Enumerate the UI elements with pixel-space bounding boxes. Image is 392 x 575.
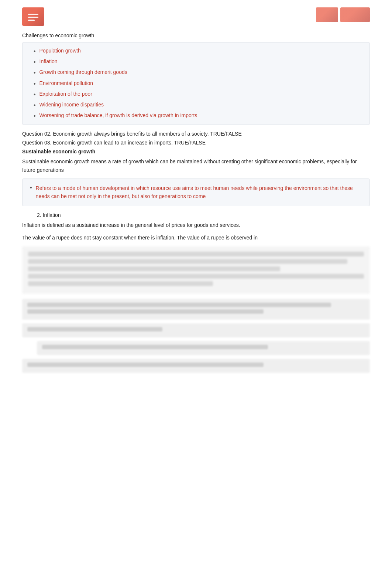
inflation-para-1: Inflation is defined as a sustained incr… [22,221,370,229]
blurred-sub-box-1 [22,299,370,320]
sustainable-paragraph: Sustainable economic growth means a rate… [22,157,370,174]
sustainable-bullet-box: • Refers to a mode of human development … [22,178,370,206]
list-item: • Refers to a mode of human development … [30,184,362,201]
sustainable-bullet-list: • Refers to a mode of human development … [30,184,362,201]
inflation-numbered-item: 2. Inflation [37,212,370,218]
list-item: • Widening income disparities [34,102,358,109]
list-item: • Worsening of trade balance, if growth … [34,112,358,119]
logo-left-icon [22,7,44,26]
bullet-dot: • [34,112,36,119]
bullet-dot: • [34,58,36,65]
question-02: Question 02. Economic growth always brin… [22,131,370,137]
list-item: • Inflation [34,58,358,65]
blurred-sub-box-2 [22,323,370,337]
challenges-list-box: • Population growth • Inflation • Growth… [22,42,370,125]
challenges-title: Challenges to economic growth [22,33,370,38]
bullet-dot: • [34,69,36,76]
list-item: • Environmental pollution [34,80,358,87]
list-item: • Growth coming through demerit goods [34,69,358,76]
svg-rect-1 [28,17,38,18]
bullet-dot: • [34,80,36,87]
logo-right-icon [316,7,370,22]
bullet-dot: • [30,184,32,191]
page-header [22,7,370,26]
svg-rect-0 [28,14,38,15]
list-item: • Exploitation of the poor [34,91,358,98]
svg-rect-2 [28,20,35,21]
challenges-list: • Population growth • Inflation • Growth… [34,48,358,119]
list-item: • Population growth [34,48,358,55]
inflation-para-2: The value of a rupee does not stay const… [22,234,370,242]
blurred-indented-box [37,341,370,355]
question-03: Question 03. Economic growth can lead to… [22,140,370,146]
blurred-content [22,246,370,373]
blurred-indented [37,341,370,355]
sustainable-title: Sustainable economic growth [22,149,370,154]
blurred-sub-box-3 [22,359,370,373]
bullet-dot: • [34,91,36,98]
bullet-dot: • [34,102,36,109]
bullet-dot: • [34,48,36,55]
blurred-text-block [22,246,370,294]
